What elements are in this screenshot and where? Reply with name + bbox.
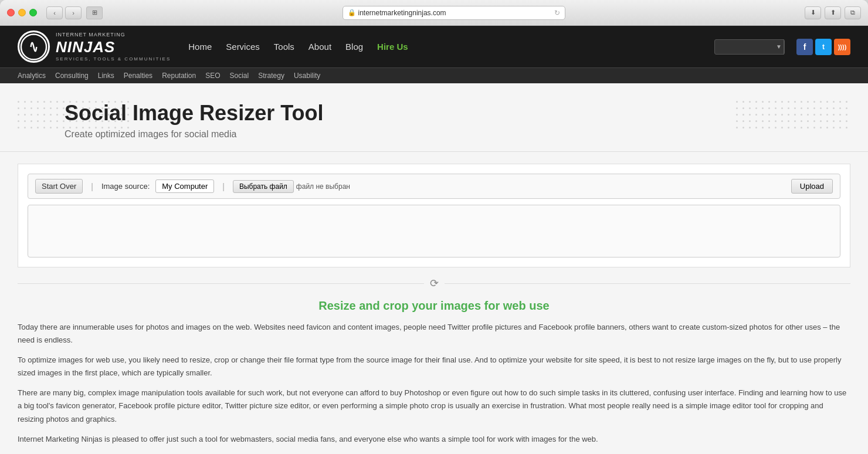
- hero-content: Social Image Resizer Tool Create optimiz…: [18, 101, 850, 140]
- nav-services[interactable]: Services: [220, 37, 266, 56]
- tool-container: Start Over | Image source: My Computer |…: [18, 164, 850, 267]
- section-title: Resize and crop your images for web use: [18, 299, 850, 313]
- twitter-icon[interactable]: t: [815, 39, 832, 55]
- main-nav: Home Services Tools About Blog Hire Us: [182, 37, 703, 56]
- header-top: INTERNET MARKETING NINJAS SERVICES, TOOL…: [0, 26, 868, 67]
- sidebar-toggle-button[interactable]: ⧉: [845, 6, 861, 19]
- subnav-consulting[interactable]: Consulting: [55, 72, 89, 80]
- spinner-icon: ⟳: [430, 277, 439, 290]
- desc-paragraph-3: There are many big, complex image manipu…: [18, 387, 850, 425]
- logo-area: INTERNET MARKETING NINJAS SERVICES, TOOL…: [18, 31, 171, 63]
- hero-dots-right: [736, 101, 850, 131]
- logo-text: INTERNET MARKETING NINJAS SERVICES, TOOL…: [56, 32, 171, 62]
- hero-dots-left: [18, 101, 132, 131]
- page-title: Social Image Resizer Tool: [65, 101, 850, 126]
- subnav-analytics[interactable]: Analytics: [18, 72, 46, 80]
- subnav-usability[interactable]: Usability: [294, 72, 320, 80]
- file-choose-button[interactable]: Выбрать файл: [233, 180, 294, 193]
- traffic-lights: [7, 9, 37, 16]
- subnav-seo[interactable]: SEO: [205, 72, 220, 80]
- page-subtitle: Create optimized images for social media: [65, 129, 850, 140]
- browser-nav-buttons: ‹ ›: [46, 6, 82, 19]
- subnav-social[interactable]: Social: [230, 72, 249, 80]
- upload-button[interactable]: Upload: [791, 179, 833, 194]
- site-header: INTERNET MARKETING NINJAS SERVICES, TOOL…: [0, 26, 868, 83]
- nav-blog[interactable]: Blog: [340, 37, 369, 56]
- back-button[interactable]: ‹: [46, 6, 63, 19]
- divider-pipe-2: |: [222, 182, 225, 191]
- reload-icon[interactable]: ↻: [554, 9, 560, 17]
- subnav-penalties[interactable]: Penalties: [124, 72, 152, 80]
- close-button[interactable]: [7, 9, 15, 16]
- search-box: ▼: [714, 39, 785, 55]
- search-input[interactable]: [715, 43, 774, 51]
- maximize-button[interactable]: [29, 9, 37, 16]
- section-divider-top: ⟳: [18, 277, 850, 290]
- sub-nav: Analytics Consulting Links Penalties Rep…: [0, 67, 868, 83]
- rss-icon[interactable]: )))): [834, 39, 850, 55]
- subnav-strategy[interactable]: Strategy: [258, 72, 284, 80]
- nav-tools[interactable]: Tools: [268, 37, 300, 56]
- browser-window: ‹ › ⊞ 🔒 internetmarketingninjas.com ↻ ⬇ …: [0, 0, 868, 454]
- logo-brand: NINJAS: [56, 38, 171, 56]
- tool-canvas: [28, 205, 840, 258]
- nav-hire-us[interactable]: Hire Us: [371, 37, 414, 56]
- subnav-reputation[interactable]: Reputation: [162, 72, 196, 80]
- image-source-label: Image source:: [101, 182, 150, 191]
- tool-wrapper: Start Over | Image source: My Computer |…: [0, 152, 868, 267]
- file-status: файл не выбран: [296, 182, 350, 191]
- address-bar[interactable]: 🔒 internetmarketingninjas.com ↻: [343, 6, 565, 20]
- nav-about[interactable]: About: [303, 37, 337, 56]
- divider-line-left: [18, 283, 424, 284]
- start-over-button[interactable]: Start Over: [35, 179, 83, 194]
- description-wrapper: ⟳ Resize and crop your images for web us…: [0, 267, 868, 454]
- search-dropdown[interactable]: ▼: [774, 39, 784, 55]
- logo-top-line: INTERNET MARKETING: [56, 32, 171, 38]
- url-text: internetmarketingninjas.com: [358, 9, 446, 17]
- tool-bar: Start Over | Image source: My Computer |…: [28, 174, 840, 199]
- forward-button[interactable]: ›: [65, 6, 82, 19]
- desc-paragraph-4: Internet Marketing Ninjas is pleased to …: [18, 433, 850, 446]
- browser-actions: ⬇ ⬆ ⧉: [805, 6, 861, 19]
- my-computer-button[interactable]: My Computer: [155, 179, 214, 193]
- hero-area: Social Image Resizer Tool Create optimiz…: [0, 83, 868, 152]
- nav-home[interactable]: Home: [182, 37, 218, 56]
- subnav-links[interactable]: Links: [98, 72, 114, 80]
- download-button[interactable]: ⬇: [805, 6, 821, 19]
- share-button[interactable]: ⬆: [825, 6, 841, 19]
- tab-view-button[interactable]: ⊞: [86, 6, 103, 19]
- desc-paragraph-2: To optimize images for web use, you like…: [18, 354, 850, 380]
- file-input-area: Выбрать файл файл не выбран: [233, 180, 785, 193]
- divider-pipe: |: [91, 182, 93, 191]
- desc-paragraph-1: Today there are innumerable uses for pho…: [18, 321, 850, 347]
- logo-tagline: SERVICES, TOOLS & COMMUNITIES: [56, 56, 171, 62]
- divider-line-right: [445, 283, 851, 284]
- social-icons: f t )))): [796, 39, 850, 55]
- minimize-button[interactable]: [18, 9, 26, 16]
- facebook-icon[interactable]: f: [796, 39, 813, 55]
- browser-titlebar: ‹ › ⊞ 🔒 internetmarketingninjas.com ↻ ⬇ …: [0, 0, 868, 26]
- address-bar-container: 🔒 internetmarketingninjas.com ↻: [107, 6, 800, 20]
- logo-icon: [18, 31, 50, 63]
- website: INTERNET MARKETING NINJAS SERVICES, TOOL…: [0, 26, 868, 454]
